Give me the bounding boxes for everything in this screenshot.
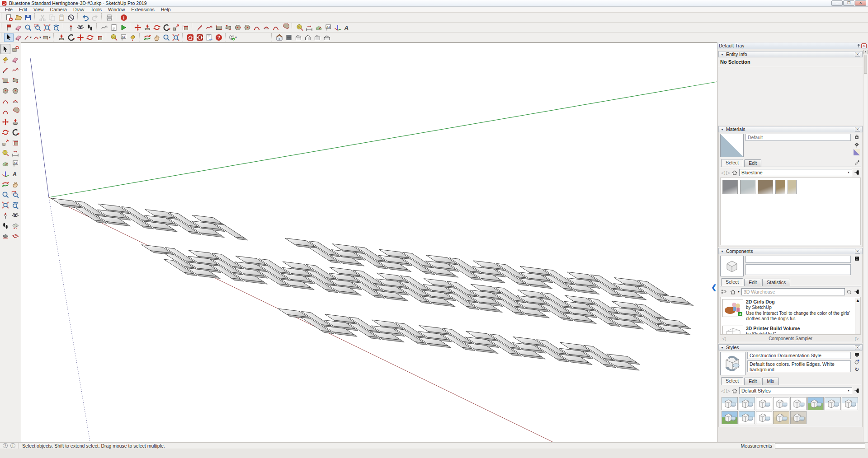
measurements-input[interactable] — [775, 443, 865, 449]
section-fill-tool[interactable] — [0, 231, 10, 241]
material-swatch-5[interactable] — [788, 180, 797, 194]
section-plane-tool[interactable] — [10, 220, 20, 231]
component-name-field[interactable] — [745, 256, 851, 263]
push-pull-tool[interactable] — [10, 117, 20, 127]
offset-button[interactable] — [94, 33, 104, 42]
search-icon[interactable] — [846, 289, 852, 295]
tray-scrollbar[interactable]: ▲ — [863, 50, 868, 442]
orbit-button[interactable] — [142, 33, 152, 42]
materials-close-icon[interactable]: ✕ — [855, 127, 860, 132]
paint-bucket-button[interactable] — [128, 33, 137, 42]
create-material-icon[interactable] — [854, 134, 860, 140]
instructor-flag-button[interactable] — [4, 23, 14, 32]
geolocation-info-icon[interactable]: i — [10, 443, 15, 448]
style-desc-field[interactable]: Default face colors. Profile Edges. Whit… — [747, 360, 851, 372]
cut-button[interactable] — [38, 13, 47, 22]
components-results-list[interactable]: 2D Girls Dogby SketchUpUse the Interact … — [720, 297, 861, 335]
set-paint-icon[interactable] — [854, 141, 860, 148]
house-top-button[interactable] — [284, 33, 293, 42]
model-info-button[interactable] — [119, 13, 128, 22]
look-around-tool[interactable] — [10, 210, 20, 220]
styles-tab-select[interactable]: Select — [721, 377, 743, 385]
menu-file[interactable]: File — [2, 7, 16, 12]
house-left-button[interactable] — [322, 33, 331, 42]
display-secondary-pane-icon[interactable] — [854, 256, 860, 262]
zoom-tool[interactable] — [0, 189, 10, 200]
style-thumbnail-8[interactable] — [842, 397, 858, 410]
polygon-button[interactable] — [242, 23, 252, 32]
menu-draw[interactable]: Draw — [70, 7, 88, 12]
rotate-button[interactable] — [152, 23, 161, 32]
help-red-button[interactable]: ? — [214, 33, 223, 42]
components-header[interactable]: ▼ Components ✕ — [718, 248, 863, 254]
zoom-extents-button[interactable] — [171, 33, 180, 42]
rotated-rectangle-button[interactable] — [223, 23, 233, 32]
new-file-button[interactable] — [4, 13, 14, 22]
refresh-icon[interactable]: ↻ — [854, 366, 859, 373]
pin-icon[interactable] — [856, 43, 861, 48]
chevron-down-icon[interactable]: ▼ — [846, 171, 851, 174]
text-button[interactable]: A1 — [118, 33, 128, 42]
move-tool[interactable] — [0, 117, 10, 127]
chevron-down-icon[interactable]: ▼ — [235, 36, 237, 39]
components-scrollbar[interactable]: ▲ — [855, 298, 860, 334]
paste-button[interactable] — [57, 13, 66, 22]
material-swatch-4[interactable] — [775, 180, 785, 194]
material-swatch-3[interactable] — [758, 180, 773, 194]
protractor-tool[interactable] — [0, 158, 10, 168]
components-tab-select[interactable]: Select — [721, 278, 743, 286]
style-thumbnail-12[interactable] — [773, 411, 789, 424]
rectangle-tool[interactable] — [0, 75, 10, 85]
line-button[interactable]: ▼ — [23, 33, 33, 42]
eyedropper-icon[interactable] — [854, 159, 860, 165]
freehand-button[interactable] — [204, 23, 214, 32]
style-thumbnail-5[interactable] — [790, 397, 807, 410]
style-name-field[interactable]: Construction Documentation Style — [747, 352, 851, 359]
undo-button[interactable] — [80, 13, 90, 22]
walk-tool[interactable] — [0, 220, 10, 231]
warehouse-button[interactable] — [185, 33, 195, 42]
style-thumbnail-1[interactable] — [722, 397, 738, 410]
line-button[interactable] — [195, 23, 204, 32]
three-point-arc-tool[interactable] — [0, 106, 10, 117]
eraser-tool[interactable] — [10, 54, 20, 65]
tape-measure-button[interactable] — [109, 33, 118, 42]
component-item-title[interactable]: 2D Girls Dog — [746, 299, 854, 305]
component-item-title[interactable]: 3D Printer Build Volume — [746, 326, 800, 332]
layout-button[interactable] — [204, 33, 214, 42]
follow-me-tool[interactable] — [10, 127, 20, 137]
arc-tool[interactable] — [0, 96, 10, 106]
components-search-box[interactable]: 3D Warehouse — [741, 288, 845, 295]
three-d-text-button[interactable]: A — [342, 23, 352, 32]
tape-measure-tool[interactable] — [0, 148, 10, 158]
axes-tool[interactable] — [0, 168, 10, 179]
print-button[interactable] — [104, 13, 114, 22]
select-button[interactable] — [4, 33, 14, 42]
rotate-button[interactable] — [85, 33, 94, 42]
menu-camera[interactable]: Camera — [47, 7, 70, 12]
home-icon[interactable] — [731, 170, 738, 176]
polygon-tool[interactable] — [10, 85, 20, 96]
scale-tool[interactable] — [0, 137, 10, 148]
zoom-window-tool[interactable] — [10, 189, 20, 200]
zoom-button[interactable] — [23, 23, 33, 32]
style-thumbnail-6[interactable] — [807, 397, 824, 410]
dimension-tool[interactable] — [10, 148, 20, 158]
style-thumbnail-11[interactable] — [756, 411, 772, 424]
menu-tools[interactable]: Tools — [87, 7, 105, 12]
move-button[interactable] — [133, 23, 142, 32]
forward-arrow-icon[interactable]: ▷ — [726, 170, 730, 176]
menu-help[interactable]: Help — [158, 7, 174, 12]
chevron-down-icon[interactable]: ▼ — [29, 36, 32, 39]
scroll-up-icon[interactable]: ▲ — [855, 298, 860, 303]
pie-tool[interactable] — [10, 106, 20, 117]
zoom-extents-tool[interactable] — [0, 200, 10, 210]
text-button[interactable]: A1 — [323, 23, 333, 32]
offset-tool[interactable] — [10, 137, 20, 148]
chevron-down-icon[interactable]: ▼ — [39, 36, 42, 39]
paint-bucket-tool[interactable] — [0, 54, 10, 65]
components-close-icon[interactable]: ✕ — [855, 249, 860, 254]
two-point-arc-button[interactable] — [261, 23, 271, 32]
scale-button[interactable] — [171, 23, 180, 32]
close-button[interactable]: ✕ — [855, 0, 866, 6]
